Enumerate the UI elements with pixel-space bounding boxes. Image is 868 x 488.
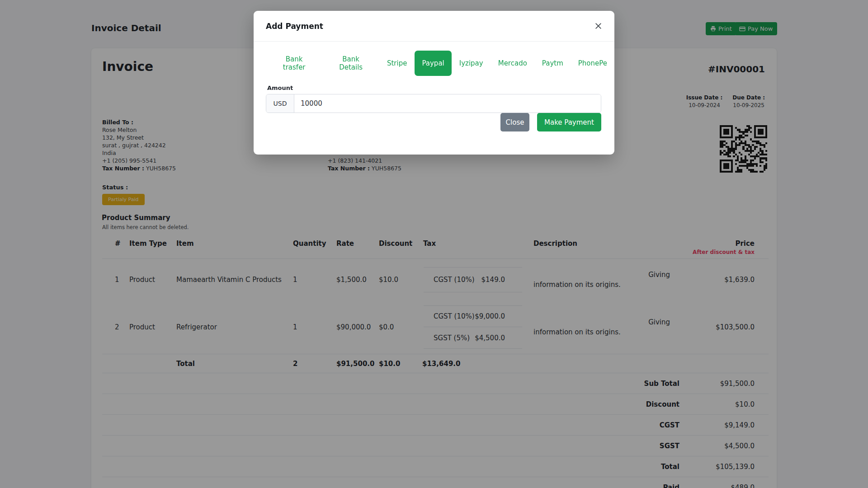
add-payment-modal: Add Payment Bank trasferBank DetailsStri… [254, 11, 614, 155]
tab-bank-trasfer[interactable]: Bank trasfer [266, 51, 322, 76]
amount-input-group: USD [266, 94, 601, 113]
tab-mercado[interactable]: Mercado [491, 51, 534, 76]
close-icon [595, 24, 602, 31]
modal-title: Add Payment [266, 22, 323, 31]
tab-bank-details[interactable]: Bank Details [322, 51, 379, 76]
tab-paytm[interactable]: Paytm [535, 51, 571, 76]
modal-footer: Close Make Payment [500, 113, 601, 131]
tab-iyzipay[interactable]: Iyzipay [452, 51, 491, 76]
modal-close-footer-button[interactable]: Close [500, 113, 529, 131]
tab-paypal[interactable]: Paypal [415, 51, 451, 76]
currency-addon: USD [266, 94, 294, 113]
amount-label: Amount [267, 84, 614, 91]
tab-phonepe[interactable]: PhonePe [571, 51, 614, 76]
modal-close-button[interactable] [593, 21, 604, 31]
amount-input[interactable] [294, 94, 601, 113]
tab-stripe[interactable]: Stripe [380, 51, 415, 76]
make-payment-button[interactable]: Make Payment [537, 113, 601, 131]
payment-method-tabs: Bank trasferBank DetailsStripePaypalIyzi… [254, 42, 614, 76]
modal-header: Add Payment [254, 11, 614, 42]
